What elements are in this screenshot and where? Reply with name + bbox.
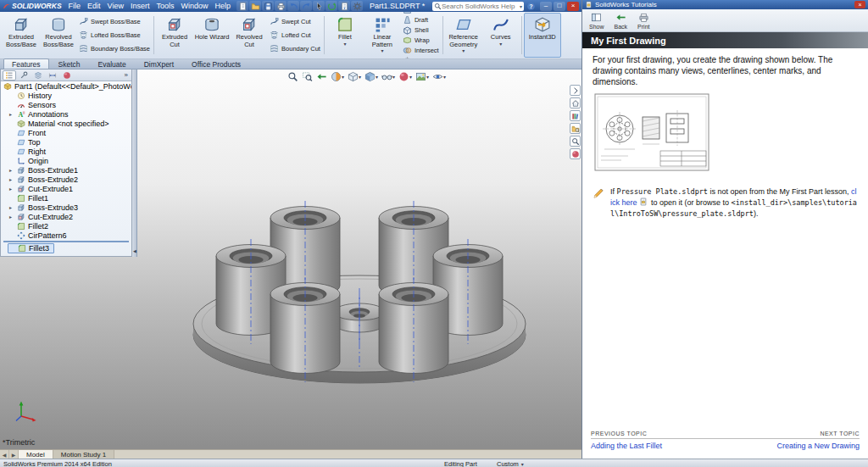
search-input[interactable] bbox=[442, 3, 520, 10]
tab-office-products[interactable]: Office Products bbox=[183, 58, 249, 69]
ribbon-shell-button[interactable]: Shell bbox=[403, 25, 439, 35]
tree-item-cut-extrude2[interactable]: ▸Cut-Extrude2 bbox=[1, 212, 131, 221]
dropdown-caret-icon[interactable]: ▾ bbox=[359, 74, 361, 80]
tab-evaluate[interactable]: Evaluate bbox=[90, 58, 135, 69]
expand-arrow-button[interactable] bbox=[570, 85, 581, 96]
ribbon-lofted-cut-button[interactable]: Lofted Cut bbox=[270, 29, 320, 42]
ribbon-instant3d-button[interactable]: Instant3D bbox=[524, 13, 561, 58]
ribbon-reference-geometry-button[interactable]: Reference Geometry▾ bbox=[445, 13, 482, 58]
open-button[interactable] bbox=[249, 1, 261, 11]
tutorial-print-button[interactable]: Print bbox=[637, 12, 649, 30]
menu-insert[interactable]: Insert bbox=[127, 2, 153, 10]
tree-item-boss-extrude3[interactable]: ▸Boss-Extrude3 bbox=[1, 203, 131, 212]
dimxpertmanager-tab[interactable] bbox=[46, 70, 59, 81]
ribbon-fillet-button[interactable]: Fillet▾ bbox=[326, 13, 364, 58]
ribbon-linear-pattern-button[interactable]: Linear Pattern▾ bbox=[364, 13, 401, 58]
display-style-button[interactable]: ▾ bbox=[364, 71, 379, 82]
tree-item-boss-extrude2[interactable]: ▸Boss-Extrude2 bbox=[1, 175, 131, 184]
part-file-icon[interactable] bbox=[639, 197, 648, 206]
tutorial-close-button[interactable]: × bbox=[854, 1, 865, 8]
ribbon-boundary-cut-button[interactable]: Boundary Cut bbox=[270, 42, 320, 55]
menu-edit[interactable]: Edit bbox=[84, 2, 104, 10]
section-view-button[interactable]: ▾ bbox=[330, 71, 345, 82]
bottom-tab-model[interactable]: Model bbox=[19, 450, 53, 459]
next-topic-link[interactable]: Creating a New Drawing bbox=[776, 442, 860, 450]
tree-item-right[interactable]: Right bbox=[1, 147, 131, 156]
dropdown-caret-icon[interactable]: ▾ bbox=[426, 74, 429, 80]
dropdown-caret-icon[interactable]: ▾ bbox=[381, 48, 383, 54]
menu-file[interactable]: File bbox=[65, 2, 85, 10]
collapse-panel-icon[interactable]: ◀ bbox=[132, 248, 137, 253]
tree-item-fillet2[interactable]: Fillet2 bbox=[1, 221, 131, 231]
zoom-fit-button[interactable] bbox=[287, 71, 299, 82]
apply-scene-button[interactable]: ▾ bbox=[415, 71, 430, 82]
save-button[interactable] bbox=[262, 1, 274, 11]
displaymanager-tab[interactable] bbox=[60, 70, 74, 81]
help-button[interactable]: ? bbox=[526, 2, 536, 11]
bottom-tab-motion-study-1[interactable]: Motion Study 1 bbox=[53, 450, 114, 459]
search-dropdown-icon[interactable]: ▾ bbox=[520, 3, 522, 9]
propertymanager-tab[interactable] bbox=[17, 70, 31, 81]
panel-splitter[interactable]: ◀ bbox=[132, 69, 137, 257]
ribbon-wrap-button[interactable]: Wrap bbox=[403, 36, 439, 45]
tree-item-cut-extrude1[interactable]: ▸Cut-Extrude1 bbox=[1, 184, 131, 193]
rebuild-button[interactable] bbox=[326, 1, 337, 11]
file-properties-button[interactable] bbox=[338, 1, 350, 11]
manager-tabs-overflow[interactable]: » bbox=[125, 71, 130, 79]
menu-view[interactable]: View bbox=[104, 2, 127, 10]
tree-root-part[interactable]: Part1 (Default<<Default>_PhotoWorks Disp… bbox=[1, 81, 131, 91]
ribbon-revolved-cut-button[interactable]: Revolved Cut bbox=[231, 13, 268, 58]
previous-topic-link[interactable]: Adding the Last Fillet bbox=[591, 442, 662, 450]
tab-scroll-left-icon[interactable]: ◀ bbox=[0, 450, 9, 459]
expand-arrow-icon[interactable]: ▸ bbox=[9, 204, 14, 210]
tree-item-boss-extrude1[interactable]: ▸Boss-Extrude1 bbox=[1, 165, 131, 175]
dropdown-caret-icon[interactable]: ▾ bbox=[499, 42, 502, 47]
ribbon-lofted-boss-base-button[interactable]: Lofted Boss/Base bbox=[79, 29, 150, 42]
print-button[interactable] bbox=[275, 1, 287, 11]
dropdown-caret-icon[interactable]: ▾ bbox=[376, 74, 378, 80]
tab-dimxpert[interactable]: DimXpert bbox=[136, 58, 182, 69]
tree-item-origin[interactable]: Origin bbox=[1, 156, 131, 165]
featuremanager-tab[interactable] bbox=[3, 70, 16, 81]
tree-item-cirpattern6[interactable]: CirPattern6 bbox=[1, 231, 131, 240]
tree-item-history[interactable]: History bbox=[1, 91, 131, 100]
expand-arrow-icon[interactable]: ▸ bbox=[9, 167, 14, 173]
tree-item-fillet1[interactable]: Fillet1 bbox=[1, 193, 131, 203]
tree-item-top[interactable]: Top bbox=[1, 137, 131, 147]
ribbon-draft-button[interactable]: Draft bbox=[403, 15, 439, 25]
previous-view-button[interactable] bbox=[315, 71, 328, 82]
tab-sketch[interactable]: Sketch bbox=[50, 58, 89, 69]
ribbon-extruded-boss-base-button[interactable]: Extruded Boss/Base bbox=[3, 13, 40, 58]
ribbon-rib-button[interactable]: Rib bbox=[403, 12, 439, 14]
tutorial-back-button[interactable]: Back bbox=[615, 12, 628, 30]
tab-scroll-right-icon[interactable]: ▶ bbox=[9, 450, 19, 459]
dropdown-caret-icon[interactable]: ▾ bbox=[462, 48, 465, 54]
view-orientation-button[interactable]: ▾ bbox=[347, 71, 362, 82]
close-button[interactable]: × bbox=[567, 2, 579, 11]
ribbon-extruded-cut-button[interactable]: Extruded Cut bbox=[156, 13, 193, 58]
file-explorer-button[interactable] bbox=[570, 123, 581, 134]
rollback-bar[interactable] bbox=[3, 241, 129, 242]
design-library-button[interactable] bbox=[570, 110, 581, 121]
expand-arrow-icon[interactable]: ▸ bbox=[9, 176, 14, 182]
undo-button[interactable] bbox=[287, 1, 299, 11]
ribbon-swept-cut-button[interactable]: Swept Cut bbox=[270, 15, 320, 28]
edit-appearance-button[interactable]: ▾ bbox=[398, 71, 413, 82]
tree-item-sensors[interactable]: Sensors bbox=[1, 100, 131, 109]
ribbon-curves-button[interactable]: Curves▾ bbox=[482, 13, 520, 58]
tab-features[interactable]: Features bbox=[3, 58, 49, 69]
ribbon-hole-wizard-button[interactable]: Hole Wizard bbox=[193, 13, 231, 58]
home-button[interactable] bbox=[570, 97, 581, 108]
minimize-button[interactable]: – bbox=[540, 2, 552, 11]
tree-item-front[interactable]: Front bbox=[1, 128, 131, 137]
options-button[interactable] bbox=[351, 1, 363, 11]
units-dropdown[interactable]: Custom▾ bbox=[497, 460, 524, 467]
view-settings-button[interactable]: ▾ bbox=[431, 71, 447, 82]
tutorial-show-button[interactable]: Show bbox=[589, 12, 604, 30]
expand-arrow-icon[interactable]: ▸ bbox=[9, 111, 14, 117]
menu-help[interactable]: Help bbox=[212, 2, 235, 10]
search-mag-button[interactable] bbox=[570, 136, 581, 147]
tree-item-material-not-specified[interactable]: Material <not specified> bbox=[1, 119, 131, 128]
tree-item-fillet3[interactable]: Fillet3 bbox=[8, 243, 54, 253]
expand-arrow-icon[interactable]: ▸ bbox=[9, 214, 14, 220]
